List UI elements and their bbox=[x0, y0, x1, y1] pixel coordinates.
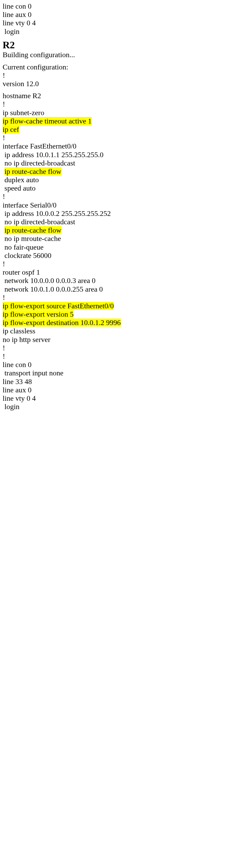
config-line: no ip mroute-cache bbox=[3, 235, 248, 243]
config-line-highlight: ip route-cache flow bbox=[3, 167, 248, 176]
config-line: Current configuration: bbox=[3, 63, 248, 71]
config-line-highlight: ip flow-export source FastEthernet0/0 bbox=[3, 302, 248, 310]
config-line: line vty 0 4 bbox=[3, 19, 248, 27]
leading-space bbox=[3, 167, 4, 176]
config-line: line con 0 bbox=[3, 361, 248, 369]
config-line-highlight: ip flow-export destination 10.0.1.2 9996 bbox=[3, 318, 248, 327]
config-line: ! bbox=[3, 344, 248, 352]
config-line: router ospf 1 bbox=[3, 268, 248, 276]
highlight-text: ip flow-cache timeout active 1 bbox=[3, 117, 92, 125]
highlight-text: ip flow-export version 5 bbox=[3, 310, 74, 318]
config-line: no ip http server bbox=[3, 336, 248, 344]
config-line: line aux 0 bbox=[3, 10, 248, 19]
config-line: login bbox=[3, 27, 248, 36]
section-heading-r2: R2 bbox=[3, 39, 248, 51]
config-line: no ip directed-broadcast bbox=[3, 159, 248, 167]
config-line: clockrate 56000 bbox=[3, 251, 248, 260]
config-line: line aux 0 bbox=[3, 386, 248, 394]
config-line-highlight: ip flow-export version 5 bbox=[3, 310, 248, 318]
config-line: transport input none bbox=[3, 369, 248, 377]
config-line: no ip directed-broadcast bbox=[3, 218, 248, 226]
config-line: ip address 10.0.0.2 255.255.255.252 bbox=[3, 209, 248, 218]
config-line: network 10.0.0.0 0.0.0.3 area 0 bbox=[3, 276, 248, 285]
config-line: ip subnet-zero bbox=[3, 108, 248, 117]
highlight-text: ip flow-export destination 10.0.1.2 9996 bbox=[3, 318, 121, 327]
config-line-highlight: ip cef bbox=[3, 125, 248, 134]
config-line: line con 0 bbox=[3, 2, 248, 10]
config-line: ! bbox=[3, 260, 248, 268]
config-line: ! bbox=[3, 134, 248, 142]
config-line: ip address 10.0.1.1 255.255.255.0 bbox=[3, 151, 248, 159]
config-line: ! bbox=[3, 100, 248, 108]
leading-space bbox=[3, 226, 4, 234]
config-line: hostname R2 bbox=[3, 92, 248, 100]
highlight-text: ip route-cache flow bbox=[4, 167, 61, 176]
highlight-text: ip route-cache flow bbox=[4, 226, 61, 234]
config-line: speed auto bbox=[3, 184, 248, 192]
config-line-highlight: ip route-cache flow bbox=[3, 226, 248, 235]
highlight-text: ip cef bbox=[3, 125, 19, 133]
config-line: interface FastEthernet0/0 bbox=[3, 142, 248, 150]
config-line: ip classless bbox=[3, 327, 248, 335]
config-line: no fair-queue bbox=[3, 243, 248, 251]
config-line: ! bbox=[3, 352, 248, 361]
config-line: duplex auto bbox=[3, 176, 248, 184]
config-line: ! bbox=[3, 293, 248, 302]
config-line: version 12.0 bbox=[3, 80, 248, 88]
config-line: ! bbox=[3, 192, 248, 201]
config-line: network 10.0.1.0 0.0.0.255 area 0 bbox=[3, 285, 248, 293]
config-line: ! bbox=[3, 71, 248, 80]
highlight-text: ip flow-export source FastEthernet0/0 bbox=[3, 302, 114, 310]
config-line: line vty 0 4 bbox=[3, 394, 248, 403]
config-line: interface Serial0/0 bbox=[3, 201, 248, 209]
config-line: line 33 48 bbox=[3, 377, 248, 386]
config-line: login bbox=[3, 403, 248, 411]
config-line-highlight: ip flow-cache timeout active 1 bbox=[3, 117, 248, 125]
config-line: Building configuration... bbox=[3, 51, 248, 59]
